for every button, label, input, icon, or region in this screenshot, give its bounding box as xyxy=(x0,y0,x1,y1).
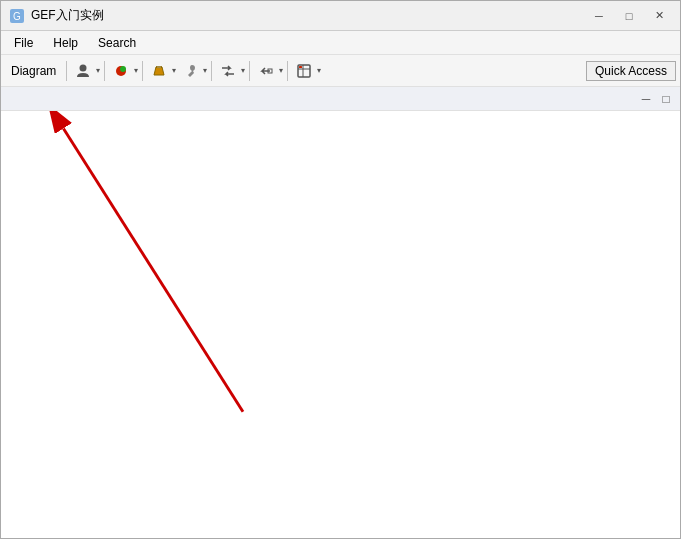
main-window: G GEF入门实例 ─ □ ✕ File Help Search Diagram xyxy=(0,0,681,539)
svg-point-2 xyxy=(80,64,87,71)
main-toolbar: Diagram ▾ ▾ xyxy=(1,55,680,87)
calendar-tool-group: ▾ xyxy=(292,59,321,83)
window-controls: ─ □ ✕ xyxy=(586,6,672,26)
calendar-tool-button[interactable] xyxy=(292,59,316,83)
arrow-left-tool-group: ▾ xyxy=(254,59,283,83)
bucket-tool-button[interactable] xyxy=(147,59,171,83)
title-bar: G GEF入门实例 ─ □ ✕ xyxy=(1,1,680,31)
arrow-left-tool-dropdown[interactable]: ▾ xyxy=(279,66,283,75)
separator-4 xyxy=(211,61,212,81)
calendar-tool-dropdown[interactable]: ▾ xyxy=(317,66,321,75)
separator-5 xyxy=(249,61,250,81)
arrow-swap-tool-group: ▾ xyxy=(216,59,245,83)
diagram-label: Diagram xyxy=(5,64,62,78)
separator-2 xyxy=(104,61,105,81)
bucket-tool-group: ▾ xyxy=(147,59,176,83)
red-tool-dropdown[interactable]: ▾ xyxy=(134,66,138,75)
secondary-toolbar: ─ □ xyxy=(1,87,680,111)
wrench-tool-dropdown[interactable]: ▾ xyxy=(203,66,207,75)
menu-bar: File Help Search xyxy=(1,31,680,55)
secondary-maximize-button[interactable]: □ xyxy=(656,90,676,108)
menu-search[interactable]: Search xyxy=(89,33,145,53)
separator-3 xyxy=(142,61,143,81)
svg-text:G: G xyxy=(13,11,21,22)
red-tool-button[interactable] xyxy=(109,59,133,83)
red-tool-group: ▾ xyxy=(109,59,138,83)
main-content-area[interactable] xyxy=(1,111,680,538)
close-button[interactable]: ✕ xyxy=(646,6,672,26)
svg-line-12 xyxy=(63,128,243,411)
secondary-minimize-button[interactable]: ─ xyxy=(636,90,656,108)
person-tool-dropdown[interactable]: ▾ xyxy=(96,66,100,75)
quick-access-button[interactable]: Quick Access xyxy=(586,61,676,81)
arrow-swap-tool-dropdown[interactable]: ▾ xyxy=(241,66,245,75)
arrow-swap-tool-button[interactable] xyxy=(216,59,240,83)
svg-rect-10 xyxy=(299,66,302,68)
window-title: GEF入门实例 xyxy=(31,7,104,24)
separator-6 xyxy=(287,61,288,81)
wrench-tool-group: ▾ xyxy=(178,59,207,83)
separator-1 xyxy=(66,61,67,81)
title-bar-left: G GEF入门实例 xyxy=(9,7,104,24)
person-tool-button[interactable] xyxy=(71,59,95,83)
menu-help[interactable]: Help xyxy=(44,33,87,53)
maximize-button[interactable]: □ xyxy=(616,6,642,26)
person-tool-group: ▾ xyxy=(71,59,100,83)
secondary-maximize-icon: □ xyxy=(662,92,669,106)
bucket-tool-dropdown[interactable]: ▾ xyxy=(172,66,176,75)
wrench-tool-button[interactable] xyxy=(178,59,202,83)
app-icon: G xyxy=(9,8,25,24)
arrow-annotation xyxy=(1,111,680,538)
arrow-left-tool-button[interactable] xyxy=(254,59,278,83)
secondary-minimize-icon: ─ xyxy=(642,92,651,106)
menu-file[interactable]: File xyxy=(5,33,42,53)
svg-point-4 xyxy=(120,66,126,72)
minimize-button[interactable]: ─ xyxy=(586,6,612,26)
